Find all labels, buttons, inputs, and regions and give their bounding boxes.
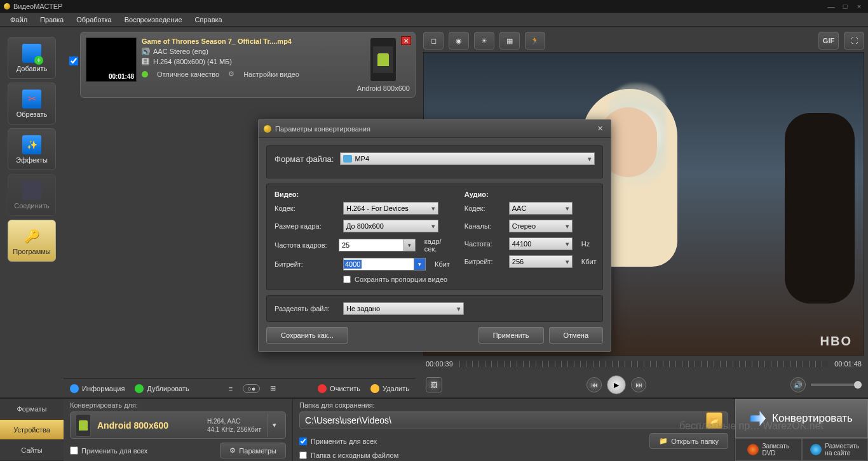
audio-channels-dropdown[interactable]: Стерео▾ [509,220,573,232]
window-minimize-button[interactable]: — [826,3,836,10]
audio-freq-dropdown[interactable]: 44100▾ [509,237,573,250]
sidebar-join-button[interactable]: Соединить [8,174,56,216]
snapshot-button[interactable]: ◉ [449,32,469,50]
source-folder-checkbox[interactable]: Папка с исходным файлом [299,451,728,459]
frame-size-dropdown[interactable]: До 800x600▾ [343,220,438,232]
app-logo-icon [4,3,10,10]
time-current: 00:00:39 [426,360,453,368]
menu-edit[interactable]: Правка [34,14,70,25]
fps-input[interactable]: 25▾ [339,239,416,251]
menu-file[interactable]: Файл [4,14,34,25]
apply-all-folder-checkbox[interactable]: Применить для всех [299,438,377,445]
volume-slider[interactable] [811,384,862,386]
fullscreen-button[interactable]: ⛶ [844,32,864,50]
menu-processing[interactable]: Обработка [70,14,118,25]
brightness-button[interactable]: ☀ [474,32,494,50]
info-icon [70,384,79,393]
file-checkbox[interactable] [69,57,78,65]
info-button[interactable]: Информация [70,384,125,393]
keep-aspect-checkbox[interactable]: Сохранять пропорции видео [343,276,452,283]
cut-icon: ✂ [22,90,41,109]
file-item[interactable]: 00:01:48 Game of Thrones Season 7_ Offic… [80,32,416,98]
frame-tool-button[interactable]: ▦ [499,32,520,50]
tab-formats[interactable]: Форматы [0,399,64,420]
mp4-icon [343,155,352,163]
audio-section-header: Аудио: [465,190,597,198]
dialog-title: Параметры конвертирования [275,125,590,133]
folder-icon: 📁 [659,437,668,445]
convert-button[interactable]: Конвертировать [735,399,868,438]
volume-button[interactable]: 🔊 [790,377,806,392]
menu-playback[interactable]: Воспроизведение [118,14,189,25]
params-button[interactable]: ⚙Параметры [220,443,286,458]
file-remove-button[interactable]: ✕ [401,36,411,45]
filelist-toolbar: Информация Дублировать ≡ ○● ⊞ Очистить У… [64,378,416,398]
audio-codec-dropdown[interactable]: AAC▾ [509,202,573,215]
crop-tool-button[interactable]: ◻ [423,32,444,50]
audio-bitrate-dropdown[interactable]: 256▾ [509,255,573,268]
dialog-logo-icon [264,125,271,133]
android-icon [76,414,91,437]
file-title: Game of Thrones Season 7_ Official Tr...… [142,37,352,45]
add-file-icon: + [22,44,41,63]
play-button[interactable]: ▶ [607,375,626,394]
duplicate-button[interactable]: Дублировать [135,384,189,393]
speed-button[interactable]: 🏃 [525,32,545,50]
sidebar-programs-button[interactable]: 🔑 Программы [8,220,56,262]
apply-button[interactable]: Применить [478,327,544,344]
tab-sites[interactable]: Сайты [0,440,64,461]
open-folder-button[interactable]: 📂 [706,412,722,429]
video-section-header: Видео: [275,190,452,198]
video-codec-dropdown[interactable]: H.264 - For Devices▾ [343,202,438,215]
prev-button[interactable]: ⏮ [587,377,602,392]
effects-icon: ✨ [22,135,41,154]
dialog-close-button[interactable]: ✕ [594,124,606,134]
sidebar-effects-button[interactable]: ✨ Эффекты [8,128,56,170]
format-selector[interactable]: Android 800x600 H.264, AAC 44,1 KHz, 256… [70,411,286,439]
clear-button[interactable]: Очистить [318,384,360,393]
window-close-button[interactable]: × [854,3,864,10]
delete-icon [370,384,379,393]
window-maximize-button[interactable]: □ [840,3,850,10]
file-format-dropdown[interactable]: MP4 ▾ [340,152,595,165]
menu-help[interactable]: Справка [189,14,229,25]
capture-frame-button[interactable]: 🖼 [426,377,442,392]
open-folder-text-button[interactable]: 📁Открыть папку [649,433,728,449]
clear-icon [318,384,327,393]
gear-icon: ⚙ [228,70,234,78]
dvd-icon [747,444,759,455]
format-dropdown-button[interactable]: ▾ [268,414,280,437]
file-duration: 00:01:48 [109,73,134,80]
view-list-icon[interactable]: ≡ [229,385,233,392]
time-total: 00:01:48 [834,360,862,368]
delete-button[interactable]: Удалить [370,384,409,393]
folder-selector[interactable]: C:\Users\user\Videos\ 📂 [299,411,728,429]
view-toggle-icon[interactable]: ○● [243,384,260,393]
convert-arrow-icon [750,411,766,426]
sidebar-cut-button[interactable]: ✂ Обрезать [8,83,56,124]
apply-all-checkbox[interactable]: Применить для всех [70,446,147,455]
folder-label: Папка для сохранения: [299,401,728,409]
gif-button[interactable]: GIF [818,32,839,50]
file-quality: Отличное качество [157,70,219,78]
save-as-button[interactable]: Сохранить как... [266,327,348,344]
format-name: Android 800x600 [97,420,201,431]
conversion-params-dialog: Параметры конвертирования ✕ Формат файла… [258,119,611,352]
file-format-label: Формат файла: [275,154,334,164]
tab-devices[interactable]: Устройства [0,420,64,441]
file-settings-link[interactable]: Настройки видео [243,70,299,78]
file-thumbnail: 00:01:48 [86,37,137,82]
next-button[interactable]: ⏭ [631,377,646,392]
publish-button[interactable]: Разместитьна сайте [802,438,869,461]
duplicate-icon [135,384,144,393]
sidebar-add-button[interactable]: + Добавить [8,37,56,79]
bottom-panel: Форматы Устройства Сайты Конвертировать … [0,398,868,461]
burn-dvd-button[interactable]: ЗаписатьDVD [735,438,802,461]
split-file-dropdown[interactable]: Не задано▾ [343,302,464,315]
video-bitrate-input[interactable]: 4000▾ [343,258,426,271]
video-icon: 🎞 [142,58,149,65]
cancel-button[interactable]: Отмена [549,327,603,344]
timeline-slider[interactable] [459,361,828,367]
folder-path: C:\Users\user\Videos\ [305,415,706,425]
view-grid-icon[interactable]: ⊞ [270,384,276,392]
